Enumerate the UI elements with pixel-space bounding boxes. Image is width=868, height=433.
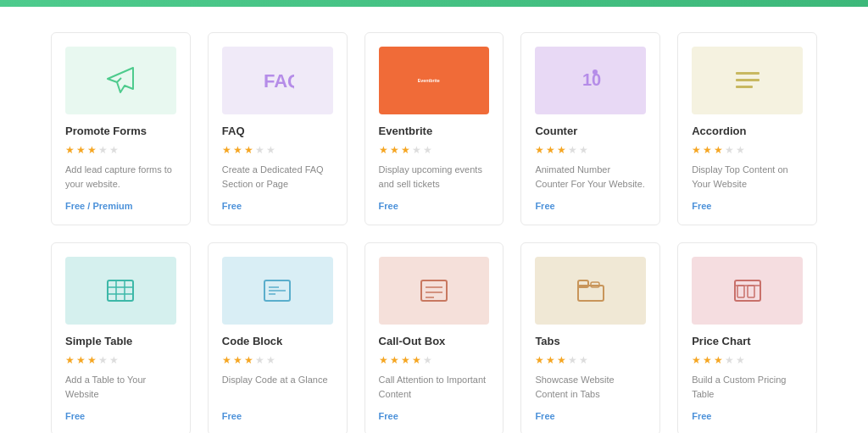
star-empty: ★ <box>568 144 577 156</box>
icon-wrapper-accordion <box>692 47 803 114</box>
card-tabs[interactable]: Tabs★★★★★Showcase Website Content in Tab… <box>520 242 660 433</box>
star-filled: ★ <box>65 144 75 156</box>
card-stars-counter: ★★★★★ <box>535 144 646 156</box>
card-price-price-chart: Free <box>692 411 803 421</box>
star-empty: ★ <box>255 144 264 156</box>
card-title-faq: FAQ <box>222 125 333 137</box>
card-title-accordion: Accordion <box>692 125 803 137</box>
star-filled: ★ <box>557 144 566 156</box>
star-empty: ★ <box>725 144 734 156</box>
star-filled: ★ <box>703 144 712 156</box>
card-price-eventbrite: Free <box>379 201 490 211</box>
star-filled: ★ <box>233 144 242 156</box>
card-stars-code-block: ★★★★★ <box>222 354 333 366</box>
card-counter[interactable]: 10 Counter★★★★★Animated Number Counter F… <box>520 32 660 225</box>
star-empty: ★ <box>266 144 275 156</box>
star-empty: ★ <box>423 354 432 366</box>
svg-point-3 <box>593 69 598 75</box>
star-empty: ★ <box>725 354 734 366</box>
star-filled: ★ <box>390 144 399 156</box>
star-filled: ★ <box>703 354 712 366</box>
card-desc-counter: Animated Number Counter For Your Website… <box>535 163 646 191</box>
star-filled: ★ <box>535 144 544 156</box>
top-bar <box>0 0 868 7</box>
star-filled: ★ <box>692 354 701 366</box>
card-title-price-chart: Price Chart <box>692 335 803 347</box>
card-title-counter: Counter <box>535 125 646 137</box>
star-empty: ★ <box>98 354 108 366</box>
card-desc-accordion: Display Top Content on Your Website <box>692 163 803 191</box>
star-filled: ★ <box>222 144 231 156</box>
star-filled: ★ <box>76 354 86 366</box>
card-faq[interactable]: FAQ FAQ★★★★★Create a Dedicated FAQ Secti… <box>208 32 348 225</box>
icon-wrapper-counter: 10 <box>535 47 646 114</box>
card-title-promote-forms: Promote Forms <box>65 125 176 137</box>
card-price-promote-forms: Free / Premium <box>65 201 176 211</box>
star-empty: ★ <box>579 354 588 366</box>
icon-wrapper-price-chart <box>692 257 803 325</box>
card-accordion[interactable]: Accordion★★★★★Display Top Content on You… <box>677 32 817 225</box>
svg-rect-5 <box>736 79 760 81</box>
card-stars-faq: ★★★★★ <box>222 144 333 156</box>
star-empty: ★ <box>423 144 432 156</box>
card-price-chart[interactable]: Price Chart★★★★★Build a Custom Pricing T… <box>677 242 817 433</box>
card-desc-tabs: Showcase Website Content in Tabs <box>535 373 646 401</box>
icon-wrapper-eventbrite: Eventbrite <box>379 47 490 114</box>
star-filled: ★ <box>412 354 421 366</box>
svg-text:Eventbrite: Eventbrite <box>418 78 440 83</box>
card-price-tabs: Free <box>535 411 646 421</box>
icon-wrapper-code-block <box>222 257 333 325</box>
star-empty: ★ <box>255 354 264 366</box>
star-filled: ★ <box>401 144 410 156</box>
page-content: Promote Forms★★★★★Add lead capture forms… <box>0 7 868 433</box>
card-desc-faq: Create a Dedicated FAQ Section or Page <box>222 163 333 191</box>
star-filled: ★ <box>546 354 555 366</box>
card-title-simple-table: Simple Table <box>65 335 176 347</box>
card-title-eventbrite: Eventbrite <box>379 125 490 137</box>
card-title-tabs: Tabs <box>535 335 646 347</box>
svg-rect-24 <box>737 286 744 297</box>
card-price-accordion: Free <box>692 201 803 211</box>
card-stars-simple-table: ★★★★★ <box>65 354 176 366</box>
card-desc-eventbrite: Display upcoming events and sell tickets <box>379 163 490 191</box>
icon-wrapper-promote-forms <box>65 47 176 114</box>
cards-grid-row2: Simple Table★★★★★Add a Table to Your Web… <box>51 242 817 433</box>
star-filled: ★ <box>65 354 75 366</box>
card-desc-price-chart: Build a Custom Pricing Table <box>692 373 803 401</box>
svg-text:FAQ: FAQ <box>264 70 294 92</box>
star-empty: ★ <box>736 144 745 156</box>
card-eventbrite[interactable]: EventbriteEventbrite★★★★★Display upcomin… <box>364 32 504 225</box>
card-stars-callout-box: ★★★★★ <box>379 354 490 366</box>
star-empty: ★ <box>109 144 119 156</box>
star-empty: ★ <box>579 144 588 156</box>
card-stars-accordion: ★★★★★ <box>692 144 803 156</box>
svg-rect-6 <box>736 86 753 88</box>
star-filled: ★ <box>244 354 253 366</box>
star-filled: ★ <box>244 144 253 156</box>
card-desc-promote-forms: Add lead capture forms to your website. <box>65 163 176 191</box>
card-title-code-block: Code Block <box>222 335 333 347</box>
svg-rect-25 <box>748 286 754 297</box>
star-empty: ★ <box>736 354 745 366</box>
star-filled: ★ <box>714 354 723 366</box>
star-filled: ★ <box>379 144 388 156</box>
card-promote-forms[interactable]: Promote Forms★★★★★Add lead capture forms… <box>51 32 191 225</box>
star-filled: ★ <box>535 354 544 366</box>
card-desc-code-block: Display Code at a Glance <box>222 373 333 401</box>
star-filled: ★ <box>714 144 723 156</box>
svg-rect-7 <box>108 280 133 301</box>
star-filled: ★ <box>390 354 399 366</box>
card-callout-box[interactable]: Call-Out Box★★★★★Call Attention to Impor… <box>364 242 504 433</box>
star-empty: ★ <box>412 144 421 156</box>
star-filled: ★ <box>87 354 97 366</box>
card-stars-eventbrite: ★★★★★ <box>379 144 490 156</box>
card-price-simple-table: Free <box>65 411 176 421</box>
icon-wrapper-faq: FAQ <box>222 47 333 114</box>
star-empty: ★ <box>266 354 275 366</box>
card-price-faq: Free <box>222 201 333 211</box>
card-simple-table[interactable]: Simple Table★★★★★Add a Table to Your Web… <box>51 242 191 433</box>
icon-wrapper-simple-table <box>65 257 176 325</box>
card-code-block[interactable]: Code Block★★★★★Display Code at a GlanceF… <box>208 242 348 433</box>
star-filled: ★ <box>222 354 231 366</box>
card-price-code-block: Free <box>222 411 333 421</box>
